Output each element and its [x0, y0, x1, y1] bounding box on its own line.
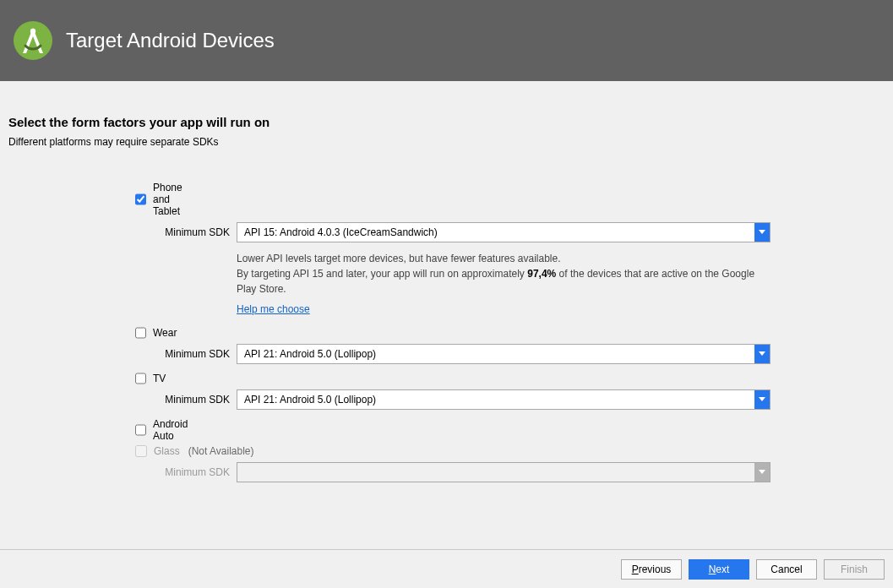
- android-auto-label: Android Auto: [153, 418, 188, 442]
- svg-point-0: [14, 21, 52, 60]
- form-factors-form: Phone and Tablet Minimum SDK API 15: And…: [8, 182, 885, 482]
- glass-min-sdk-combo: [237, 462, 770, 482]
- glass-label: Glass: [154, 445, 180, 457]
- chevron-down-icon: [759, 470, 765, 475]
- phone-min-sdk-label: Minimum SDK: [8, 226, 237, 238]
- next-button[interactable]: Next: [689, 559, 749, 580]
- phone-min-sdk-value: API 15: Android 4.0.3 (IceCreamSandwich): [237, 223, 754, 242]
- chevron-down-icon: [759, 230, 765, 235]
- phone-min-sdk-dropdown-button[interactable]: [754, 223, 770, 242]
- android-auto-checkbox[interactable]: [135, 424, 146, 436]
- wear-min-sdk-value: API 21: Android 5.0 (Lollipop): [237, 345, 754, 363]
- glass-min-sdk-dropdown-button: [754, 463, 770, 482]
- wizard-window: Target Android Devices Select the form f…: [0, 0, 893, 588]
- tv-checkbox[interactable]: [135, 373, 146, 384]
- tv-min-sdk-combo[interactable]: API 21: Android 5.0 (Lollipop): [237, 389, 770, 410]
- chevron-down-icon: [759, 397, 765, 402]
- previous-button[interactable]: Previous: [621, 559, 682, 580]
- android-studio-icon: [12, 19, 54, 62]
- help-me-choose-link[interactable]: Help me choose: [237, 302, 310, 317]
- sub-heading: Different platforms may require separate…: [8, 136, 885, 148]
- glass-not-available: (Not Available): [188, 445, 254, 457]
- chevron-down-icon: [759, 351, 765, 357]
- wear-min-sdk-combo[interactable]: API 21: Android 5.0 (Lollipop): [237, 344, 770, 364]
- phone-api-hint: Lower API levels target more devices, bu…: [237, 251, 770, 317]
- wizard-footer: Previous Next Cancel Finish: [0, 549, 893, 588]
- glass-checkbox: [135, 445, 147, 457]
- glass-min-sdk-value: [237, 463, 754, 482]
- wear-label: Wear: [153, 327, 177, 339]
- tv-label: TV: [153, 373, 166, 384]
- wear-checkbox[interactable]: [135, 327, 146, 339]
- svg-point-1: [30, 29, 35, 34]
- wear-min-sdk-dropdown-button[interactable]: [754, 345, 770, 363]
- wizard-title: Target Android Devices: [66, 29, 275, 52]
- phone-tablet-checkbox[interactable]: [135, 193, 146, 205]
- wizard-body: Select the form factors your app will ru…: [0, 81, 893, 549]
- tv-min-sdk-value: API 21: Android 5.0 (Lollipop): [237, 390, 754, 409]
- tv-min-sdk-dropdown-button[interactable]: [754, 390, 770, 409]
- cancel-button[interactable]: Cancel: [756, 559, 817, 580]
- wear-min-sdk-label: Minimum SDK: [8, 348, 237, 360]
- finish-button: Finish: [824, 559, 885, 580]
- phone-min-sdk-combo[interactable]: API 15: Android 4.0.3 (IceCreamSandwich): [237, 222, 770, 242]
- tv-min-sdk-label: Minimum SDK: [8, 394, 237, 406]
- phone-tablet-label: Phone and Tablet: [153, 182, 182, 217]
- wizard-header: Target Android Devices: [0, 0, 893, 81]
- main-heading: Select the form factors your app will ru…: [8, 115, 885, 129]
- glass-min-sdk-label: Minimum SDK: [8, 466, 237, 478]
